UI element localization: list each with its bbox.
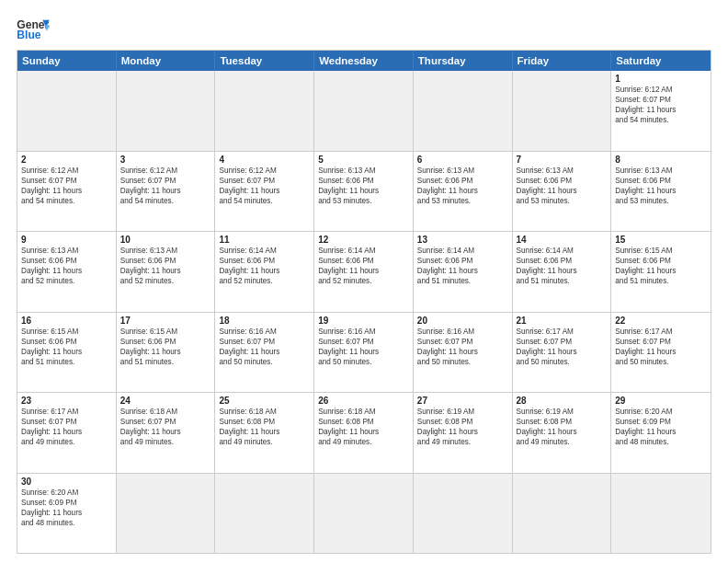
calendar-cell xyxy=(117,474,216,554)
header-day-sunday: Sunday xyxy=(17,51,117,71)
cell-info: Sunrise: 6:17 AMSunset: 6:07 PMDaylight:… xyxy=(21,407,112,447)
day-number: 20 xyxy=(417,316,508,326)
calendar-cell: 26Sunrise: 6:18 AMSunset: 6:08 PMDayligh… xyxy=(314,393,414,473)
calendar-cell: 3Sunrise: 6:12 AMSunset: 6:07 PMDaylight… xyxy=(117,152,216,232)
day-number: 10 xyxy=(120,235,211,245)
calendar-row-0: 1Sunrise: 6:12 AMSunset: 6:07 PMDaylight… xyxy=(17,71,711,152)
day-number: 4 xyxy=(219,155,310,165)
cell-info: Sunrise: 6:15 AMSunset: 6:06 PMDaylight:… xyxy=(615,246,707,286)
day-number: 12 xyxy=(318,235,409,245)
calendar-cell xyxy=(215,71,314,151)
cell-info: Sunrise: 6:12 AMSunset: 6:07 PMDaylight:… xyxy=(219,166,310,206)
day-number: 22 xyxy=(615,316,707,326)
calendar-body: 1Sunrise: 6:12 AMSunset: 6:07 PMDaylight… xyxy=(17,71,711,553)
calendar-cell: 14Sunrise: 6:14 AMSunset: 6:06 PMDayligh… xyxy=(513,232,612,312)
calendar-cell: 17Sunrise: 6:15 AMSunset: 6:06 PMDayligh… xyxy=(117,313,216,393)
cell-info: Sunrise: 6:13 AMSunset: 6:06 PMDaylight:… xyxy=(120,246,211,286)
calendar-row-4: 23Sunrise: 6:17 AMSunset: 6:07 PMDayligh… xyxy=(17,393,711,474)
header-day-thursday: Thursday xyxy=(414,51,513,71)
calendar-cell xyxy=(17,71,117,151)
cell-info: Sunrise: 6:17 AMSunset: 6:07 PMDaylight:… xyxy=(517,327,608,367)
calendar-cell: 11Sunrise: 6:14 AMSunset: 6:06 PMDayligh… xyxy=(215,232,314,312)
calendar-cell xyxy=(611,474,711,554)
generalblue-logo-icon: General Blue xyxy=(17,17,50,42)
day-number: 30 xyxy=(21,477,112,487)
cell-info: Sunrise: 6:12 AMSunset: 6:07 PMDaylight:… xyxy=(21,166,112,206)
header-day-saturday: Saturday xyxy=(611,51,711,71)
day-number: 2 xyxy=(21,155,112,165)
cell-info: Sunrise: 6:13 AMSunset: 6:06 PMDaylight:… xyxy=(417,166,508,206)
calendar-cell: 8Sunrise: 6:13 AMSunset: 6:06 PMDaylight… xyxy=(611,152,711,232)
calendar-cell: 1Sunrise: 6:12 AMSunset: 6:07 PMDaylight… xyxy=(611,71,711,151)
cell-info: Sunrise: 6:12 AMSunset: 6:07 PMDaylight:… xyxy=(615,85,707,125)
cell-info: Sunrise: 6:13 AMSunset: 6:06 PMDaylight:… xyxy=(318,166,409,206)
calendar-cell: 2Sunrise: 6:12 AMSunset: 6:07 PMDaylight… xyxy=(17,152,117,232)
calendar-cell: 22Sunrise: 6:17 AMSunset: 6:07 PMDayligh… xyxy=(611,313,711,393)
day-number: 3 xyxy=(120,155,211,165)
calendar-cell: 30Sunrise: 6:20 AMSunset: 6:09 PMDayligh… xyxy=(17,474,117,554)
calendar-cell xyxy=(414,474,513,554)
day-number: 13 xyxy=(417,235,508,245)
header: General Blue xyxy=(17,17,711,42)
calendar-row-1: 2Sunrise: 6:12 AMSunset: 6:07 PMDaylight… xyxy=(17,152,711,233)
calendar-cell: 25Sunrise: 6:18 AMSunset: 6:08 PMDayligh… xyxy=(215,393,314,473)
calendar-cell: 20Sunrise: 6:16 AMSunset: 6:07 PMDayligh… xyxy=(414,313,513,393)
calendar-cell: 23Sunrise: 6:17 AMSunset: 6:07 PMDayligh… xyxy=(17,393,117,473)
calendar-cell: 9Sunrise: 6:13 AMSunset: 6:06 PMDaylight… xyxy=(17,232,117,312)
day-number: 17 xyxy=(120,316,211,326)
calendar: SundayMondayTuesdayWednesdayThursdayFrid… xyxy=(17,50,711,554)
cell-info: Sunrise: 6:14 AMSunset: 6:06 PMDaylight:… xyxy=(318,246,409,286)
day-number: 16 xyxy=(21,316,112,326)
header-day-tuesday: Tuesday xyxy=(215,51,314,71)
day-number: 18 xyxy=(219,316,310,326)
cell-info: Sunrise: 6:14 AMSunset: 6:06 PMDaylight:… xyxy=(517,246,608,286)
day-number: 11 xyxy=(219,235,310,245)
calendar-row-5: 30Sunrise: 6:20 AMSunset: 6:09 PMDayligh… xyxy=(17,474,711,554)
calendar-cell: 21Sunrise: 6:17 AMSunset: 6:07 PMDayligh… xyxy=(513,313,612,393)
calendar-cell: 12Sunrise: 6:14 AMSunset: 6:06 PMDayligh… xyxy=(314,232,414,312)
day-number: 29 xyxy=(615,396,707,406)
calendar-row-2: 9Sunrise: 6:13 AMSunset: 6:06 PMDaylight… xyxy=(17,232,711,313)
day-number: 24 xyxy=(120,396,211,406)
day-number: 26 xyxy=(318,396,409,406)
cell-info: Sunrise: 6:16 AMSunset: 6:07 PMDaylight:… xyxy=(318,327,409,367)
calendar-cell: 27Sunrise: 6:19 AMSunset: 6:08 PMDayligh… xyxy=(414,393,513,473)
day-number: 1 xyxy=(615,74,707,84)
header-day-monday: Monday xyxy=(117,51,216,71)
day-number: 15 xyxy=(615,235,707,245)
calendar-cell xyxy=(414,71,513,151)
cell-info: Sunrise: 6:13 AMSunset: 6:06 PMDaylight:… xyxy=(517,166,608,206)
cell-info: Sunrise: 6:19 AMSunset: 6:08 PMDaylight:… xyxy=(417,407,508,447)
day-number: 6 xyxy=(417,155,508,165)
page: General Blue SundayMondayTuesdayWednesda… xyxy=(0,0,728,563)
cell-info: Sunrise: 6:19 AMSunset: 6:08 PMDaylight:… xyxy=(517,407,608,447)
cell-info: Sunrise: 6:13 AMSunset: 6:06 PMDaylight:… xyxy=(21,246,112,286)
calendar-cell: 16Sunrise: 6:15 AMSunset: 6:06 PMDayligh… xyxy=(17,313,117,393)
cell-info: Sunrise: 6:20 AMSunset: 6:09 PMDaylight:… xyxy=(615,407,707,447)
cell-info: Sunrise: 6:18 AMSunset: 6:08 PMDaylight:… xyxy=(219,407,310,447)
cell-info: Sunrise: 6:12 AMSunset: 6:07 PMDaylight:… xyxy=(120,166,211,206)
calendar-cell: 7Sunrise: 6:13 AMSunset: 6:06 PMDaylight… xyxy=(513,152,612,232)
calendar-cell: 29Sunrise: 6:20 AMSunset: 6:09 PMDayligh… xyxy=(611,393,711,473)
calendar-cell: 28Sunrise: 6:19 AMSunset: 6:08 PMDayligh… xyxy=(513,393,612,473)
cell-info: Sunrise: 6:18 AMSunset: 6:07 PMDaylight:… xyxy=(120,407,211,447)
calendar-cell: 18Sunrise: 6:16 AMSunset: 6:07 PMDayligh… xyxy=(215,313,314,393)
day-number: 21 xyxy=(517,316,608,326)
header-day-friday: Friday xyxy=(513,51,612,71)
cell-info: Sunrise: 6:20 AMSunset: 6:09 PMDaylight:… xyxy=(21,488,112,528)
day-number: 14 xyxy=(517,235,608,245)
cell-info: Sunrise: 6:16 AMSunset: 6:07 PMDaylight:… xyxy=(219,327,310,367)
calendar-cell: 4Sunrise: 6:12 AMSunset: 6:07 PMDaylight… xyxy=(215,152,314,232)
header-day-wednesday: Wednesday xyxy=(314,51,414,71)
calendar-cell xyxy=(513,71,612,151)
svg-text:Blue: Blue xyxy=(17,29,41,41)
cell-info: Sunrise: 6:14 AMSunset: 6:06 PMDaylight:… xyxy=(219,246,310,286)
calendar-cell xyxy=(117,71,216,151)
cell-info: Sunrise: 6:13 AMSunset: 6:06 PMDaylight:… xyxy=(615,166,707,206)
day-number: 19 xyxy=(318,316,409,326)
calendar-cell: 6Sunrise: 6:13 AMSunset: 6:06 PMDaylight… xyxy=(414,152,513,232)
calendar-cell: 19Sunrise: 6:16 AMSunset: 6:07 PMDayligh… xyxy=(314,313,414,393)
cell-info: Sunrise: 6:15 AMSunset: 6:06 PMDaylight:… xyxy=(21,327,112,367)
day-number: 5 xyxy=(318,155,409,165)
day-number: 8 xyxy=(615,155,707,165)
